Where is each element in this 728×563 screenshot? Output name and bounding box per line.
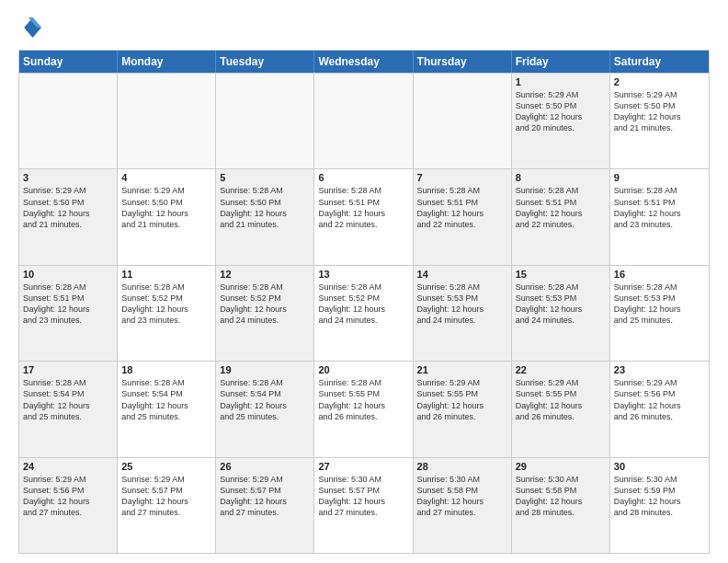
cal-cell: 16Sunrise: 5:28 AM Sunset: 5:53 PM Dayli… xyxy=(610,266,709,361)
day-number: 18 xyxy=(121,364,211,375)
cal-cell: 24Sunrise: 5:29 AM Sunset: 5:56 PM Dayli… xyxy=(19,458,118,553)
cal-cell: 6Sunrise: 5:28 AM Sunset: 5:51 PM Daylig… xyxy=(314,169,413,264)
day-number: 3 xyxy=(23,172,113,183)
cal-cell: 11Sunrise: 5:28 AM Sunset: 5:52 PM Dayli… xyxy=(118,266,216,361)
cell-info: Sunrise: 5:30 AM Sunset: 5:58 PM Dayligh… xyxy=(417,474,507,519)
cell-info: Sunrise: 5:28 AM Sunset: 5:54 PM Dayligh… xyxy=(121,377,211,422)
day-number: 14 xyxy=(417,269,507,280)
cell-info: Sunrise: 5:28 AM Sunset: 5:51 PM Dayligh… xyxy=(318,185,408,230)
day-number: 20 xyxy=(318,364,408,375)
cell-info: Sunrise: 5:29 AM Sunset: 5:56 PM Dayligh… xyxy=(614,377,705,422)
cell-info: Sunrise: 5:29 AM Sunset: 5:55 PM Dayligh… xyxy=(417,377,507,422)
header-day-thursday: Thursday xyxy=(414,51,512,73)
logo-icon xyxy=(18,15,44,40)
cal-cell: 30Sunrise: 5:30 AM Sunset: 5:59 PM Dayli… xyxy=(610,458,709,553)
day-number: 1 xyxy=(516,76,606,87)
cal-cell: 1Sunrise: 5:29 AM Sunset: 5:50 PM Daylig… xyxy=(512,74,610,168)
logo xyxy=(18,15,48,40)
cell-info: Sunrise: 5:29 AM Sunset: 5:55 PM Dayligh… xyxy=(516,377,606,422)
cal-cell: 21Sunrise: 5:29 AM Sunset: 5:55 PM Dayli… xyxy=(414,362,512,456)
cell-info: Sunrise: 5:28 AM Sunset: 5:54 PM Dayligh… xyxy=(220,377,310,422)
header-day-sunday: Sunday xyxy=(19,51,118,73)
cal-cell: 28Sunrise: 5:30 AM Sunset: 5:58 PM Dayli… xyxy=(414,458,512,553)
header-day-friday: Friday xyxy=(512,51,610,73)
day-number: 29 xyxy=(516,461,606,472)
calendar-header: SundayMondayTuesdayWednesdayThursdayFrid… xyxy=(19,51,709,73)
day-number: 23 xyxy=(614,364,705,375)
cell-info: Sunrise: 5:29 AM Sunset: 5:50 PM Dayligh… xyxy=(121,185,211,230)
header xyxy=(18,15,710,40)
day-number: 19 xyxy=(220,364,310,375)
cal-cell xyxy=(414,74,512,168)
page: SundayMondayTuesdayWednesdayThursdayFrid… xyxy=(0,0,728,563)
cal-cell xyxy=(216,74,314,168)
cell-info: Sunrise: 5:29 AM Sunset: 5:50 PM Dayligh… xyxy=(516,89,606,134)
cal-row-3: 17Sunrise: 5:28 AM Sunset: 5:54 PM Dayli… xyxy=(19,361,709,456)
cal-cell: 29Sunrise: 5:30 AM Sunset: 5:58 PM Dayli… xyxy=(512,458,610,553)
day-number: 17 xyxy=(23,364,113,375)
cal-cell: 25Sunrise: 5:29 AM Sunset: 5:57 PM Dayli… xyxy=(118,458,216,553)
day-number: 22 xyxy=(516,364,606,375)
day-number: 21 xyxy=(417,364,507,375)
cell-info: Sunrise: 5:28 AM Sunset: 5:51 PM Dayligh… xyxy=(417,185,507,230)
day-number: 6 xyxy=(318,172,408,183)
cal-cell: 10Sunrise: 5:28 AM Sunset: 5:51 PM Dayli… xyxy=(19,266,118,361)
day-number: 30 xyxy=(614,461,705,472)
calendar-body: 1Sunrise: 5:29 AM Sunset: 5:50 PM Daylig… xyxy=(19,73,709,553)
day-number: 15 xyxy=(516,269,606,280)
cell-info: Sunrise: 5:28 AM Sunset: 5:51 PM Dayligh… xyxy=(23,282,113,327)
day-number: 11 xyxy=(121,269,211,280)
cell-info: Sunrise: 5:30 AM Sunset: 5:59 PM Dayligh… xyxy=(614,474,705,519)
cell-info: Sunrise: 5:28 AM Sunset: 5:55 PM Dayligh… xyxy=(318,377,408,422)
day-number: 26 xyxy=(220,461,310,472)
cal-cell: 8Sunrise: 5:28 AM Sunset: 5:51 PM Daylig… xyxy=(512,169,610,264)
cell-info: Sunrise: 5:28 AM Sunset: 5:53 PM Dayligh… xyxy=(614,282,705,327)
cell-info: Sunrise: 5:28 AM Sunset: 5:53 PM Dayligh… xyxy=(516,282,606,327)
cal-cell: 14Sunrise: 5:28 AM Sunset: 5:53 PM Dayli… xyxy=(414,266,512,361)
cal-cell: 2Sunrise: 5:29 AM Sunset: 5:50 PM Daylig… xyxy=(610,74,709,168)
cell-info: Sunrise: 5:28 AM Sunset: 5:52 PM Dayligh… xyxy=(121,282,211,327)
day-number: 10 xyxy=(23,269,113,280)
day-number: 9 xyxy=(614,172,705,183)
cell-info: Sunrise: 5:29 AM Sunset: 5:56 PM Dayligh… xyxy=(23,474,113,519)
cell-info: Sunrise: 5:29 AM Sunset: 5:50 PM Dayligh… xyxy=(614,89,705,134)
cell-info: Sunrise: 5:30 AM Sunset: 5:58 PM Dayligh… xyxy=(516,474,606,519)
cal-row-1: 3Sunrise: 5:29 AM Sunset: 5:50 PM Daylig… xyxy=(19,168,709,264)
cell-info: Sunrise: 5:29 AM Sunset: 5:57 PM Dayligh… xyxy=(220,474,310,519)
day-number: 25 xyxy=(121,461,211,472)
cal-cell: 17Sunrise: 5:28 AM Sunset: 5:54 PM Dayli… xyxy=(19,362,118,456)
cal-cell: 7Sunrise: 5:28 AM Sunset: 5:51 PM Daylig… xyxy=(414,169,512,264)
cal-cell xyxy=(19,74,118,168)
cal-row-4: 24Sunrise: 5:29 AM Sunset: 5:56 PM Dayli… xyxy=(19,457,709,553)
day-number: 24 xyxy=(23,461,113,472)
day-number: 28 xyxy=(417,461,507,472)
cal-cell xyxy=(314,74,413,168)
day-number: 2 xyxy=(614,76,705,87)
cal-cell: 27Sunrise: 5:30 AM Sunset: 5:57 PM Dayli… xyxy=(314,458,413,553)
header-day-saturday: Saturday xyxy=(610,51,709,73)
cell-info: Sunrise: 5:28 AM Sunset: 5:51 PM Dayligh… xyxy=(516,185,606,230)
cal-cell: 9Sunrise: 5:28 AM Sunset: 5:51 PM Daylig… xyxy=(610,169,709,264)
day-number: 27 xyxy=(318,461,408,472)
day-number: 8 xyxy=(516,172,606,183)
day-number: 12 xyxy=(220,269,310,280)
cal-cell: 15Sunrise: 5:28 AM Sunset: 5:53 PM Dayli… xyxy=(512,266,610,361)
cal-row-0: 1Sunrise: 5:29 AM Sunset: 5:50 PM Daylig… xyxy=(19,73,709,168)
header-day-wednesday: Wednesday xyxy=(314,51,413,73)
cell-info: Sunrise: 5:28 AM Sunset: 5:52 PM Dayligh… xyxy=(220,282,310,327)
cell-info: Sunrise: 5:29 AM Sunset: 5:50 PM Dayligh… xyxy=(23,185,113,230)
cal-cell xyxy=(118,74,216,168)
day-number: 13 xyxy=(318,269,408,280)
header-day-monday: Monday xyxy=(118,51,216,73)
cell-info: Sunrise: 5:28 AM Sunset: 5:53 PM Dayligh… xyxy=(417,282,507,327)
cal-cell: 12Sunrise: 5:28 AM Sunset: 5:52 PM Dayli… xyxy=(216,266,314,361)
cal-cell: 19Sunrise: 5:28 AM Sunset: 5:54 PM Dayli… xyxy=(216,362,314,456)
cell-info: Sunrise: 5:28 AM Sunset: 5:52 PM Dayligh… xyxy=(318,282,408,327)
cal-cell: 5Sunrise: 5:28 AM Sunset: 5:50 PM Daylig… xyxy=(216,169,314,264)
cal-cell: 13Sunrise: 5:28 AM Sunset: 5:52 PM Dayli… xyxy=(314,266,413,361)
cell-info: Sunrise: 5:29 AM Sunset: 5:57 PM Dayligh… xyxy=(121,474,211,519)
cal-cell: 18Sunrise: 5:28 AM Sunset: 5:54 PM Dayli… xyxy=(118,362,216,456)
cal-cell: 26Sunrise: 5:29 AM Sunset: 5:57 PM Dayli… xyxy=(216,458,314,553)
cell-info: Sunrise: 5:28 AM Sunset: 5:50 PM Dayligh… xyxy=(220,185,310,230)
cell-info: Sunrise: 5:30 AM Sunset: 5:57 PM Dayligh… xyxy=(318,474,408,519)
